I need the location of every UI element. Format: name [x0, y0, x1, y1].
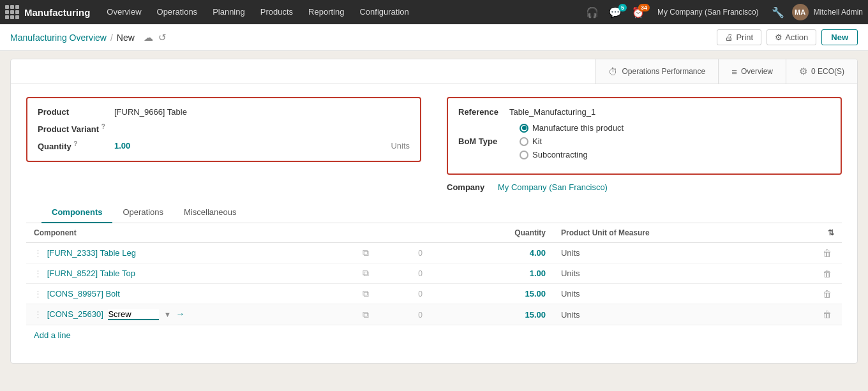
bom-radio-subcontracting[interactable]: Subcontracting	[520, 150, 624, 159]
row4-name-input[interactable]	[108, 309, 159, 320]
nav-products[interactable]: Products	[254, 0, 299, 24]
action-button[interactable]: ⚙ Action	[767, 29, 816, 45]
nav-planning[interactable]: Planning	[206, 0, 251, 24]
nav-configuration[interactable]: Configuration	[353, 0, 415, 24]
print-label: Print	[736, 33, 753, 42]
row2-delete[interactable]: 🗑	[778, 263, 842, 284]
col-header-empty2	[410, 223, 453, 243]
row4-unit: Units	[553, 304, 778, 325]
print-button[interactable]: 🖨 Print	[717, 29, 761, 45]
row3-unit: Units	[553, 284, 778, 304]
bom-type-row: BoM Type Manufacture this product Kit	[458, 123, 830, 159]
row4-delete[interactable]: 🗑	[778, 304, 842, 325]
col-header-uom: Product Unit of Measure	[553, 223, 778, 243]
new-button[interactable]: New	[821, 29, 858, 45]
settings-icon-tab: ⚙	[799, 66, 807, 77]
action-label: Action	[785, 33, 808, 42]
row4-copy-icon[interactable]: ⧉	[352, 304, 410, 325]
row3-quantity: 15.00	[453, 284, 553, 304]
row2-component: ⋮ [FURN_8522] Table Top	[26, 263, 352, 284]
copy-icon-2[interactable]: ⧉	[360, 268, 371, 278]
nav-reporting[interactable]: Reporting	[302, 0, 350, 24]
drag-handle-3[interactable]: ⋮	[34, 289, 42, 299]
delete-icon-1[interactable]: 🗑	[820, 248, 834, 258]
reference-value[interactable]: Table_Manufacturing_1	[509, 107, 595, 117]
breadcrumb-separator: /	[110, 33, 113, 43]
bom-option-subcontracting: Subcontracting	[532, 150, 588, 159]
row3-copy-icon[interactable]: ⧉	[352, 284, 410, 304]
row1-link[interactable]: [FURN_2333] Table Leg	[47, 248, 136, 258]
variant-field-row: Product Variant ?	[38, 123, 410, 134]
nav-overview[interactable]: Overview	[100, 0, 147, 24]
tab-operations[interactable]: Operations	[112, 202, 174, 223]
quantity-unit: Units	[391, 141, 410, 151]
qty-help-icon[interactable]: ?	[73, 140, 77, 147]
variant-help-icon[interactable]: ?	[101, 123, 105, 130]
add-line-button[interactable]: Add a line	[26, 325, 79, 345]
delete-icon-2[interactable]: 🗑	[820, 269, 834, 279]
app-name[interactable]: Manufacturing	[24, 7, 90, 18]
col-header-actions: ⇅	[778, 223, 842, 243]
tab-components[interactable]: Components	[41, 202, 112, 223]
refresh-icon[interactable]: ↺	[158, 32, 167, 43]
nav-operations[interactable]: Operations	[151, 0, 204, 24]
app-grid-icon[interactable]	[5, 5, 19, 19]
drag-handle-1[interactable]: ⋮	[34, 248, 42, 258]
delete-icon-4[interactable]: 🗑	[820, 309, 834, 320]
product-label: Product	[38, 107, 114, 117]
row3-qty-badge: 0	[410, 284, 453, 304]
drag-handle-4[interactable]: ⋮	[34, 309, 42, 319]
row1-component: ⋮ [FURN_2333] Table Leg	[26, 243, 352, 263]
chat-badge: 5	[618, 4, 627, 11]
row1-delete[interactable]: 🗑	[778, 243, 842, 263]
row4-navigate-icon[interactable]: →	[176, 309, 185, 319]
copy-icon-4[interactable]: ⧉	[360, 309, 371, 320]
row2-copy-icon[interactable]: ⧉	[352, 263, 410, 284]
row1-copy-icon[interactable]: ⧉	[352, 243, 410, 263]
form-col-left: Product [FURN_9666] Table Product Varian…	[26, 97, 421, 192]
breadcrumb: Manufacturing Overview / New	[10, 33, 135, 43]
cloud-icon[interactable]: ☁	[144, 32, 153, 43]
user-name[interactable]: Mitchell Admin	[814, 8, 863, 17]
tab-miscellaneous[interactable]: Miscellaneous	[174, 202, 246, 223]
row2-unit: Units	[553, 263, 778, 284]
support-icon[interactable]: 🎧	[583, 6, 601, 18]
main-content: ⏱ Operations Performance ≡ Overview ⚙ 0 …	[0, 51, 868, 371]
clock-icon: ⏱	[608, 66, 618, 77]
print-icon: 🖨	[725, 33, 733, 42]
tab-overview[interactable]: ≡ Overview	[718, 59, 786, 84]
row3-link[interactable]: [CONS_89957] Bolt	[47, 289, 120, 299]
product-value[interactable]: [FURN_9666] Table	[114, 107, 187, 117]
drag-handle-2[interactable]: ⋮	[34, 269, 42, 278]
company-name[interactable]: My Company (San Francisco)	[657, 8, 759, 17]
avatar[interactable]: MA	[792, 4, 809, 20]
row4-component: ⋮ [CONS_25630] ▼ →	[26, 304, 352, 325]
tab-ecos[interactable]: ⚙ 0 ECO(S)	[786, 59, 857, 84]
copy-icon-1[interactable]: ⧉	[360, 247, 371, 258]
row3-delete[interactable]: 🗑	[778, 284, 842, 304]
chat-icon[interactable]: 💬 5	[606, 6, 624, 18]
bom-radio-kit[interactable]: Kit	[520, 136, 624, 146]
tab-operations-performance[interactable]: ⏱ Operations Performance	[595, 59, 718, 84]
breadcrumb-current: New	[117, 33, 135, 43]
settings-icon[interactable]: 🔧	[769, 6, 787, 18]
row2-link[interactable]: [FURN_8522] Table Top	[47, 269, 135, 278]
filter-icon[interactable]: ⇅	[828, 228, 834, 237]
bom-option-manufacture: Manufacture this product	[532, 123, 624, 133]
delete-icon-3[interactable]: 🗑	[820, 289, 834, 299]
bom-type-label: BoM Type	[458, 136, 509, 146]
row3-component: ⋮ [CONS_89957] Bolt	[26, 284, 352, 304]
table-row: ⋮ [CONS_25630] ▼ → ⧉ 0 15.00	[26, 304, 842, 325]
activity-icon[interactable]: ⏰ 34	[629, 6, 647, 18]
copy-icon-3[interactable]: ⧉	[360, 288, 371, 299]
top-navigation: Manufacturing Overview Operations Planni…	[0, 0, 868, 24]
company-field-value[interactable]: My Company (San Francisco)	[498, 182, 608, 192]
quantity-label: Quantity ?	[38, 140, 114, 151]
card-top-tabs: ⏱ Operations Performance ≡ Overview ⚙ 0 …	[11, 59, 857, 84]
quantity-value[interactable]: 1.00	[114, 141, 130, 151]
breadcrumb-parent[interactable]: Manufacturing Overview	[10, 33, 107, 43]
row4-dropdown-arrow[interactable]: ▼	[164, 311, 171, 318]
secondary-header: Manufacturing Overview / New ☁ ↺ 🖨 Print…	[0, 24, 868, 51]
bom-radio-manufacture[interactable]: Manufacture this product	[520, 123, 624, 133]
bom-option-kit: Kit	[532, 136, 542, 146]
